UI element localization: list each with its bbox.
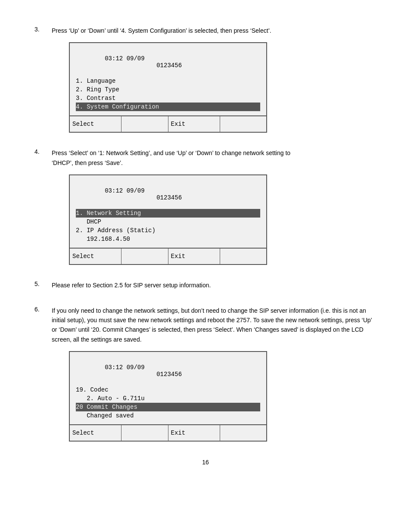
lcd-row-2-1: DHCP [76, 218, 260, 226]
lcd-number-2: 0123456 [156, 194, 182, 201]
select-button-1[interactable]: Select [70, 116, 121, 132]
lcd-buttons-2: Select Exit [70, 248, 266, 264]
lcd-row-0: 1. Language [76, 77, 260, 85]
step-5-number: 5. [34, 280, 52, 290]
lcd-row-3-highlighted: 4. System Configuration [76, 103, 260, 111]
step-4-text: Press ‘Select’ on ‘1: Network Setting’, … [52, 148, 290, 168]
lcd-number: 0123456 [156, 62, 182, 69]
btn-spacer-3b [220, 425, 266, 441]
lcd-time: 03:12 09/09 [105, 55, 144, 62]
lcd-row-1: 2. Ring Type [76, 85, 260, 94]
lcd-number-3: 0123456 [156, 371, 182, 378]
btn-spacer-2a [121, 249, 168, 264]
step-6-number: 6. [34, 306, 52, 345]
lcd-screen-3-body: 03:12 09/09 0123456 19. Codec 2. Auto - … [70, 352, 266, 422]
exit-button-1[interactable]: Exit [168, 116, 220, 132]
exit-button-2[interactable]: Exit [168, 249, 220, 264]
step-3-number: 3. [34, 26, 52, 35]
select-button-2[interactable]: Select [70, 249, 121, 264]
step-4: 4. Press ‘Select’ on ‘1: Network Setting… [34, 148, 377, 265]
lcd-screen-2-body: 03:12 09/09 0123456 1. Network Setting D… [70, 175, 266, 245]
lcd-row-3-0: 19. Codec [76, 386, 260, 394]
lcd-buttons-1: Select Exit [70, 115, 266, 132]
lcd-screen-3: 03:12 09/09 0123456 19. Codec 2. Auto - … [69, 351, 267, 442]
btn-spacer-2b [220, 249, 266, 264]
step-6-text: If you only need to change the network s… [52, 306, 377, 345]
step-5-text: Please refer to Section 2.5 for SIP serv… [52, 280, 211, 290]
lcd-row-2-0-highlighted: 1. Network Setting [76, 209, 260, 218]
page-number: 16 [34, 459, 377, 466]
lcd-time-3: 03:12 09/09 [105, 364, 144, 371]
lcd-row-2-3: 192.168.4.50 [76, 235, 260, 243]
lcd-time-2: 03:12 09/09 [105, 187, 144, 194]
lcd-screen-2: 03:12 09/09 0123456 1. Network Setting D… [69, 174, 267, 265]
lcd-row-3-3: Changed saved [76, 411, 260, 420]
lcd-row-2-2: 2. IP Address (Static) [76, 226, 260, 235]
step-4-number: 4. [34, 148, 52, 168]
lcd-screen-1: 03:12 09/09 0123456 1. Language 2. Ring … [69, 42, 267, 133]
lcd-header-row-2: 03:12 09/09 0123456 [76, 180, 260, 209]
btn-spacer-1a [121, 116, 168, 132]
lcd-row-3-1: 2. Auto - G.711u [76, 394, 260, 403]
step-3-text: Press ‘Up’ or ‘Down’ until ‘4. System Co… [52, 26, 271, 35]
lcd-screen-1-body: 03:12 09/09 0123456 1. Language 2. Ring … [70, 43, 266, 113]
step-6: 6. If you only need to change the networ… [34, 306, 377, 442]
step-5: 5. Please refer to Section 2.5 for SIP s… [34, 280, 377, 290]
exit-button-3[interactable]: Exit [168, 425, 220, 441]
lcd-row-3-2-highlighted: 20 Commit Changes [76, 403, 260, 411]
btn-spacer-1b [220, 116, 266, 132]
lcd-header-row: 03:12 09/09 0123456 [76, 47, 260, 77]
lcd-row-2: 3. Contrast [76, 94, 260, 103]
lcd-header-row-3: 03:12 09/09 0123456 [76, 356, 260, 386]
step-3: 3. Press ‘Up’ or ‘Down’ until ‘4. System… [34, 26, 377, 133]
btn-spacer-3a [121, 425, 168, 441]
select-button-3[interactable]: Select [70, 425, 121, 441]
lcd-buttons-3: Select Exit [70, 424, 266, 441]
